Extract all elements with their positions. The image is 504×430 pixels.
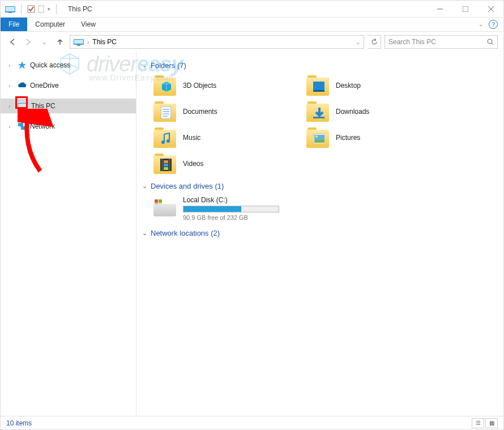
expand-icon[interactable]: › xyxy=(8,124,14,130)
qat-new-icon[interactable] xyxy=(37,5,45,13)
path-dropdown-icon[interactable]: ⌄ xyxy=(356,39,360,45)
section-drives[interactable]: ⌄ Devices and drives (1) xyxy=(142,182,498,190)
path-segment[interactable]: This PC xyxy=(92,38,117,46)
search-input[interactable]: Search This PC xyxy=(385,35,498,49)
folder-videos[interactable]: Videos xyxy=(153,154,295,174)
recent-dropdown-icon[interactable]: ⌄ xyxy=(38,36,50,48)
system-icon[interactable] xyxy=(5,5,15,13)
expand-icon[interactable]: › xyxy=(8,83,14,89)
drive-usage-bar xyxy=(183,206,279,212)
svg-rect-11 xyxy=(77,45,80,46)
svg-rect-20 xyxy=(313,82,324,90)
svg-rect-15 xyxy=(18,104,27,108)
folder-music[interactable]: Music xyxy=(153,127,295,148)
chevron-down-icon[interactable]: ⌄ xyxy=(142,229,147,237)
svg-rect-39 xyxy=(164,167,168,170)
window-title: This PC xyxy=(68,5,92,13)
navigation-tree: › Quick access › OneDrive › This PC › Ne… xyxy=(1,52,136,416)
close-button[interactable] xyxy=(478,1,503,18)
tree-item-onedrive[interactable]: › OneDrive xyxy=(1,78,136,93)
forward-button[interactable] xyxy=(22,36,35,48)
svg-point-29 xyxy=(166,139,170,143)
up-button[interactable] xyxy=(54,36,66,48)
svg-rect-40 xyxy=(155,199,158,203)
drive-local-c[interactable]: Local Disk (C:) 90.9 GB free of 232 GB xyxy=(153,196,498,221)
expand-icon[interactable]: › xyxy=(8,103,14,109)
ribbon: File Computer View ⌄ ? xyxy=(1,18,503,32)
folder-downloads[interactable]: Downloads xyxy=(306,101,448,122)
annotation-arrow xyxy=(18,109,57,177)
address-bar: ⌄ › This PC ⌄ Search This PC xyxy=(1,32,503,52)
svg-point-33 xyxy=(315,135,318,138)
chevron-down-icon[interactable]: ⌄ xyxy=(142,182,147,190)
svg-rect-6 xyxy=(463,6,468,12)
pc-icon xyxy=(74,38,84,46)
minimize-button[interactable] xyxy=(427,1,452,18)
qat-checkbox-icon[interactable] xyxy=(27,5,35,13)
ribbon-tab-file[interactable]: File xyxy=(1,18,27,31)
maximize-button[interactable] xyxy=(452,1,478,18)
ribbon-tab-view[interactable]: View xyxy=(73,18,104,31)
status-bar: 10 items ☰ ▦ xyxy=(1,416,503,429)
qat-dropdown-icon[interactable]: ▾ xyxy=(48,6,50,12)
content-pane: ⌄ Folders (7) 3D Objects Desktop Documen… xyxy=(136,52,503,416)
svg-rect-10 xyxy=(74,40,83,44)
ribbon-help-button[interactable]: ? xyxy=(489,20,498,29)
status-text: 10 items xyxy=(6,419,32,427)
svg-rect-1 xyxy=(6,7,15,11)
svg-point-12 xyxy=(488,39,492,44)
chevron-down-icon[interactable]: ⌄ xyxy=(142,62,147,69)
svg-rect-27 xyxy=(313,117,324,118)
svg-rect-35 xyxy=(161,159,163,171)
search-placeholder: Search This PC xyxy=(388,38,436,46)
refresh-button[interactable] xyxy=(368,35,381,49)
svg-line-13 xyxy=(492,43,493,45)
search-icon[interactable] xyxy=(487,39,494,45)
folder-3d-objects[interactable]: 3D Objects xyxy=(153,75,295,96)
tree-item-quick-access[interactable]: › Quick access xyxy=(1,58,136,73)
section-folders[interactable]: ⌄ Folders (7) xyxy=(142,61,498,70)
ribbon-tab-computer[interactable]: Computer xyxy=(27,18,73,31)
svg-point-28 xyxy=(161,141,165,144)
folder-pictures[interactable]: Pictures xyxy=(306,127,448,148)
svg-rect-2 xyxy=(8,12,12,13)
folder-desktop[interactable]: Desktop xyxy=(306,75,448,96)
svg-rect-22 xyxy=(161,107,171,119)
svg-rect-36 xyxy=(169,159,170,171)
view-tiles-button[interactable]: ▦ xyxy=(485,418,498,428)
view-details-button[interactable]: ☰ xyxy=(472,418,484,428)
ribbon-expand-icon[interactable]: ⌄ xyxy=(479,21,483,27)
folder-documents[interactable]: Documents xyxy=(153,101,295,122)
star-icon xyxy=(18,61,27,70)
svg-rect-32 xyxy=(314,140,324,143)
svg-rect-37 xyxy=(164,160,168,163)
address-path[interactable]: › This PC ⌄ xyxy=(70,35,364,49)
svg-rect-41 xyxy=(159,199,162,203)
expand-icon[interactable]: › xyxy=(8,62,14,69)
back-button[interactable] xyxy=(6,36,19,48)
cloud-icon xyxy=(18,81,27,90)
titlebar: ▾ This PC xyxy=(1,1,503,18)
svg-rect-38 xyxy=(164,164,168,167)
svg-rect-4 xyxy=(39,6,44,12)
svg-rect-21 xyxy=(313,90,324,92)
section-network[interactable]: ⌄ Network locations (2) xyxy=(142,229,498,237)
